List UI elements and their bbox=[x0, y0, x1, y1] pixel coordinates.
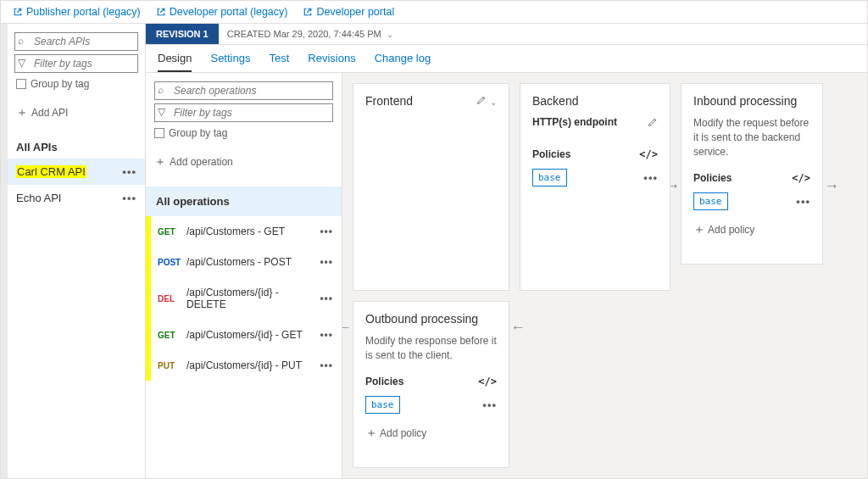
search-operations-input[interactable] bbox=[154, 81, 333, 100]
policies-label: Policies bbox=[532, 148, 570, 160]
search-icon: ⌕ bbox=[18, 35, 24, 47]
operation-row[interactable]: PUT /api/Customers/{id} - PUT ••• bbox=[146, 350, 342, 381]
revision-created-label: CREATED Mar 29, 2020, 7:44:45 PM bbox=[227, 29, 381, 39]
tab-changelog[interactable]: Change log bbox=[375, 45, 431, 72]
operation-menu-icon[interactable]: ••• bbox=[320, 329, 333, 341]
operation-row[interactable]: POST /api/Customers - POST ••• bbox=[146, 247, 342, 277]
ops-group-by-tag-label: Group by tag bbox=[169, 127, 227, 139]
pencil-icon[interactable] bbox=[648, 117, 658, 127]
tab-test[interactable]: Test bbox=[269, 45, 289, 72]
operation-row[interactable]: GET /api/Customers/{id} - GET ••• bbox=[146, 320, 342, 350]
tab-settings[interactable]: Settings bbox=[210, 45, 250, 72]
filter-operations-input[interactable] bbox=[154, 103, 333, 122]
add-policy-label: Add policy bbox=[708, 224, 754, 236]
http-verb: GET bbox=[158, 227, 183, 237]
arrow-left-icon: ← bbox=[342, 319, 352, 337]
group-by-tag-label: Group by tag bbox=[31, 78, 89, 90]
code-icon[interactable]: </> bbox=[478, 376, 497, 387]
search-apis-input[interactable] bbox=[14, 32, 138, 51]
developer-portal-legacy-label: Developer portal (legacy) bbox=[170, 6, 288, 18]
add-operation-button[interactable]: ＋ Add operation bbox=[154, 154, 333, 170]
operation-label: /api/Customers/{id} - PUT bbox=[183, 359, 320, 371]
operation-label: /api/Customers - POST bbox=[183, 256, 320, 268]
group-by-tag-checkbox[interactable]: Group by tag bbox=[16, 78, 136, 90]
all-operations-row[interactable]: All operations bbox=[146, 187, 342, 216]
operation-label: /api/Customers/{id} - GET bbox=[183, 329, 320, 341]
filter-tags-input[interactable] bbox=[14, 54, 138, 73]
policies-label: Policies bbox=[365, 376, 403, 387]
add-policy-button[interactable]: ＋ Add policy bbox=[365, 426, 497, 441]
api-item-menu-icon[interactable]: ••• bbox=[122, 165, 136, 178]
base-policy-tag[interactable]: base bbox=[532, 169, 567, 187]
outbound-title: Outbound processing bbox=[365, 312, 478, 326]
operation-menu-icon[interactable]: ••• bbox=[320, 292, 333, 304]
checkbox-icon bbox=[16, 79, 26, 89]
add-api-label: Add API bbox=[31, 107, 68, 119]
left-gutter bbox=[1, 24, 8, 478]
operation-menu-icon[interactable]: ••• bbox=[320, 226, 333, 237]
policy-menu-icon[interactable]: ••• bbox=[796, 195, 810, 208]
operation-label: /api/Customers - GET bbox=[183, 226, 320, 237]
outbound-desc: Modify the response before it is sent to… bbox=[365, 334, 497, 363]
http-verb: POST bbox=[158, 258, 183, 267]
developer-portal-link[interactable]: Developer portal bbox=[303, 6, 394, 18]
policy-cards-area: Frontend ⌄ → → Inbound processing bbox=[342, 73, 867, 478]
inbound-card: → → Inbound processing Modify the reques… bbox=[681, 83, 823, 265]
operation-menu-icon[interactable]: ••• bbox=[320, 256, 333, 268]
external-link-icon bbox=[13, 7, 23, 17]
external-link-icon bbox=[156, 7, 166, 17]
chevron-down-icon[interactable]: ⌄ bbox=[490, 97, 497, 107]
revision-created[interactable]: CREATED Mar 29, 2020, 7:44:45 PM ⌄ bbox=[219, 29, 402, 39]
policies-label: Policies bbox=[693, 172, 732, 184]
tab-design[interactable]: Design bbox=[158, 45, 192, 72]
policy-menu-icon[interactable]: ••• bbox=[482, 398, 497, 411]
add-operation-label: Add operation bbox=[170, 156, 233, 168]
plus-icon: ＋ bbox=[365, 426, 377, 441]
ops-group-by-tag-checkbox[interactable]: Group by tag bbox=[154, 127, 333, 139]
developer-portal-legacy-link[interactable]: Developer portal (legacy) bbox=[156, 6, 288, 18]
api-item-menu-icon[interactable]: ••• bbox=[122, 192, 136, 204]
arrow-left-icon: ← bbox=[510, 319, 526, 337]
design-tabs: Design Settings Test Revisions Change lo… bbox=[146, 45, 867, 73]
api-sidebar: ⌕ ▽ Group by tag ＋ Add API All APIs Carl… bbox=[8, 24, 146, 478]
publisher-portal-link[interactable]: Publisher portal (legacy) bbox=[13, 6, 141, 18]
frontend-title: Frontend bbox=[365, 94, 413, 108]
filter-icon: ▽ bbox=[18, 57, 25, 69]
developer-portal-label: Developer portal bbox=[316, 6, 394, 18]
operations-list: GET /api/Customers - GET ••• POST /api/C… bbox=[146, 216, 342, 381]
pencil-icon[interactable] bbox=[476, 95, 487, 105]
api-item-label: Carl CRM API bbox=[16, 165, 86, 178]
api-item-label: Echo API bbox=[16, 192, 61, 204]
frontend-actions: ⌄ bbox=[476, 95, 497, 108]
revision-badge[interactable]: REVISION 1 bbox=[146, 24, 219, 44]
plus-icon: ＋ bbox=[16, 105, 28, 120]
add-policy-button[interactable]: ＋ Add policy bbox=[693, 222, 810, 237]
publisher-portal-label: Publisher portal (legacy) bbox=[26, 6, 141, 18]
external-link-icon bbox=[303, 7, 313, 17]
operations-column: ⌕ ▽ Group by tag ＋ Add operation bbox=[146, 73, 342, 478]
api-item-echo[interactable]: Echo API ••• bbox=[8, 185, 145, 211]
operation-row[interactable]: DEL /api/Customers/{id} - DELETE ••• bbox=[146, 277, 342, 320]
http-verb: GET bbox=[158, 331, 183, 340]
base-policy-tag[interactable]: base bbox=[365, 396, 400, 414]
operation-row[interactable]: GET /api/Customers - GET ••• bbox=[146, 216, 342, 247]
add-api-button[interactable]: ＋ Add API bbox=[16, 105, 136, 120]
all-apis-header: All APIs bbox=[16, 141, 136, 153]
filter-icon: ▽ bbox=[158, 106, 165, 118]
outbound-card: ← ← Outbound processing Modify the respo… bbox=[353, 301, 509, 468]
api-item-carl-crm[interactable]: Carl CRM API ••• bbox=[8, 159, 145, 185]
policy-menu-icon[interactable]: ••• bbox=[643, 171, 658, 184]
operation-menu-icon[interactable]: ••• bbox=[320, 359, 333, 371]
inbound-desc: Modify the request before it is sent to … bbox=[693, 116, 810, 159]
tab-revisions[interactable]: Revisions bbox=[308, 45, 355, 72]
checkbox-icon bbox=[154, 128, 164, 138]
highlight-bar bbox=[146, 216, 151, 381]
code-icon[interactable]: </> bbox=[639, 148, 658, 160]
portal-links-bar: Publisher portal (legacy) Developer port… bbox=[1, 1, 867, 24]
revision-bar: REVISION 1 CREATED Mar 29, 2020, 7:44:45… bbox=[146, 24, 867, 45]
backend-endpoint-label: HTTP(s) endpoint bbox=[532, 116, 617, 128]
http-verb: PUT bbox=[158, 361, 183, 370]
base-policy-tag[interactable]: base bbox=[693, 192, 728, 210]
code-icon[interactable]: </> bbox=[792, 172, 810, 184]
plus-icon: ＋ bbox=[693, 222, 705, 237]
